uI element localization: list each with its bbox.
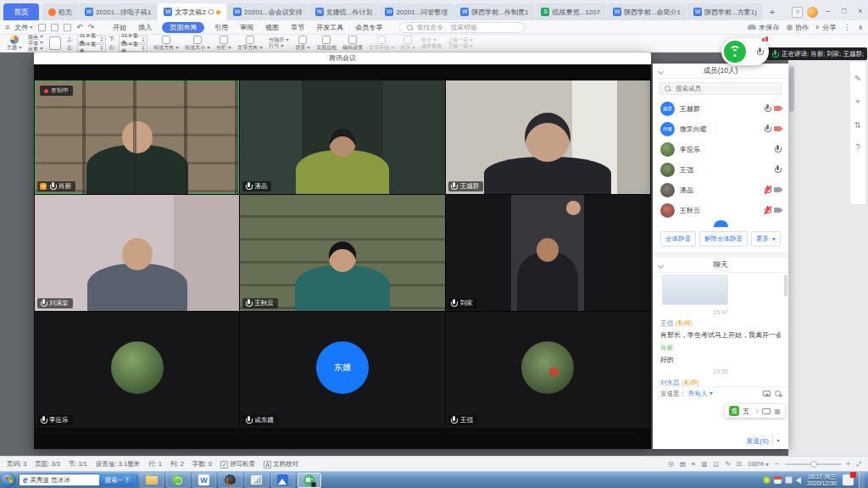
group-button[interactable]: 组合: [421, 37, 442, 43]
help-icon[interactable]: ?: [792, 7, 803, 18]
tray-flag-icon[interactable]: [774, 476, 782, 484]
margin-right-input[interactable]: 25.4 毫米: [119, 44, 147, 52]
members-header[interactable]: 成员(10人): [653, 64, 788, 79]
print-icon[interactable]: [51, 24, 58, 31]
tray-eye-icon[interactable]: [763, 476, 771, 484]
fullscreen-icon[interactable]: ⤢: [856, 460, 861, 469]
member-row[interactable]: 越群 王越群: [653, 98, 788, 119]
menu-member[interactable]: 会员专享: [353, 22, 384, 33]
show-desktop-button[interactable]: [859, 472, 865, 488]
pen-icon[interactable]: ✎: [725, 460, 730, 468]
start-button[interactable]: [2, 473, 16, 487]
taskbar-app-wps[interactable]: W: [192, 473, 216, 488]
chat-scrollbar[interactable]: [784, 274, 787, 297]
redo-icon[interactable]: ↷: [88, 23, 95, 31]
page-border-button[interactable]: 页面边框: [316, 36, 337, 51]
menu-start[interactable]: 开始: [111, 22, 128, 33]
page-view-icon[interactable]: ▤: [680, 460, 686, 468]
vertical-scrollbar[interactable]: [789, 66, 794, 112]
taskbar-clock[interactable]: 16:17 周三 2020/12/30: [807, 474, 837, 487]
taskbar-search-text[interactable]: 吴秀波 范冰冰: [31, 476, 97, 485]
chat-image-message[interactable]: [662, 274, 728, 305]
file-menu[interactable]: 文件: [14, 23, 33, 32]
send-button[interactable]: 发送(S): [746, 436, 769, 446]
video-tile-panjing[interactable]: 潘晶: [240, 80, 444, 194]
taskbar-app-docs[interactable]: [271, 473, 295, 488]
spinner-icon[interactable]: [142, 46, 145, 50]
menu-view[interactable]: 视图: [264, 22, 281, 33]
mic-muted-icon[interactable]: [764, 186, 771, 194]
undo-icon[interactable]: ↶: [76, 23, 83, 31]
tab-doc-4[interactable]: W党建统...作计划: [309, 3, 379, 20]
paper-orientation-button[interactable]: 纸张方向: [153, 36, 179, 51]
pen-tool-icon[interactable]: ✎: [854, 74, 861, 83]
print-preview-icon[interactable]: [64, 24, 71, 31]
save-icon[interactable]: [38, 24, 46, 31]
tab-doc-3[interactable]: W20201...会会议安排: [227, 3, 309, 20]
chat-message-list[interactable]: 15:47 王强(私聊) 肖部长，学生考试马上开始，我离开一会，谢谢 肖新 好的…: [653, 273, 788, 386]
spellcheck-toggle[interactable]: ✓拼写检查: [220, 460, 255, 469]
account-avatar[interactable]: [807, 7, 818, 18]
menu-devtools[interactable]: 开发工具: [314, 22, 345, 33]
bring-forward-button[interactable]: 上移一层: [448, 37, 473, 43]
new-tab-button[interactable]: +: [765, 5, 779, 19]
send-backward-button[interactable]: 下移一层: [448, 43, 473, 49]
spinner-icon[interactable]: [100, 37, 103, 42]
text-wrap-button[interactable]: 文字环绕: [369, 36, 394, 51]
ime-mode-icon[interactable]: 五: [743, 407, 749, 416]
chat-input[interactable]: S 五 ☽ ▦: [653, 400, 788, 432]
mic-icon[interactable]: [764, 125, 771, 133]
tab-doc-1[interactable]: W20201...排电子稿1: [79, 3, 157, 20]
taskbar-search-button[interactable]: 搜索一下: [99, 474, 136, 486]
menu-page-layout-active[interactable]: 页面布局: [162, 22, 204, 33]
menu-section[interactable]: 章节: [289, 22, 306, 33]
tab-docer[interactable]: 稻壳: [42, 3, 78, 20]
split-view-icon[interactable]: ▥: [701, 460, 707, 468]
collapse-ribbon-icon[interactable]: ∧: [858, 24, 863, 31]
text-direction-button[interactable]: 文字方向: [237, 36, 263, 51]
video-tile-wangyuequn[interactable]: 王越群: [446, 80, 650, 194]
camera-icon[interactable]: [774, 106, 781, 111]
camera-icon[interactable]: [774, 208, 781, 213]
tray-speaker-icon[interactable]: [796, 477, 801, 484]
breaks-button[interactable]: 分隔符: [269, 37, 289, 43]
video-tile-liumantang[interactable]: 刘满堂: [35, 195, 239, 311]
tray-display-icon[interactable]: [785, 476, 793, 484]
collab-button[interactable]: 协作: [787, 23, 809, 32]
line-number-button[interactable]: 行号: [269, 43, 289, 49]
selection-pane-button[interactable]: 选择窗格: [421, 43, 442, 49]
background-button[interactable]: 背景: [295, 36, 310, 51]
theme-button[interactable]: 主题: [7, 36, 22, 51]
tab-doc-6[interactable]: W陕西学前...作制度1: [454, 3, 534, 20]
video-tile-liyingle[interactable]: 李应乐: [35, 312, 239, 428]
taskbar-app-meeting-active[interactable]: [298, 473, 321, 488]
keyboard-icon[interactable]: [762, 408, 771, 414]
close-button[interactable]: ×: [854, 6, 866, 18]
zoom-in-button[interactable]: +: [847, 460, 850, 468]
taskbar-app-window[interactable]: [245, 473, 269, 488]
tab-doc-7[interactable]: S统战要览...1207: [535, 3, 605, 20]
align-button[interactable]: 对齐: [400, 36, 415, 51]
spinner-icon[interactable]: [100, 46, 103, 50]
help-tool-icon[interactable]: ?: [855, 143, 860, 152]
mic-icon[interactable]: [774, 165, 781, 174]
member-row[interactable]: 潘晶: [653, 180, 788, 200]
fonts-button[interactable]: 字体: [28, 41, 43, 47]
video-tile-xiaoxin[interactable]: 录制中 肖新: [35, 80, 239, 194]
member-row[interactable]: 李应乐: [653, 139, 788, 159]
more-button[interactable]: 更多: [751, 231, 781, 247]
page-margins-icon[interactable]: [49, 36, 61, 50]
member-row[interactable]: 王秋云: [653, 200, 788, 220]
send-image-icon[interactable]: [763, 391, 771, 396]
proofread-toggle[interactable]: A文档校对: [264, 460, 298, 469]
video-tile-wangqiang[interactable]: 王强: [446, 312, 650, 428]
taskbar-app-browser[interactable]: [166, 473, 190, 488]
tab-doc-2-active[interactable]: W文字文稿2: [158, 3, 225, 20]
sogou-logo-icon[interactable]: S: [729, 406, 739, 416]
member-search-input[interactable]: [674, 84, 776, 93]
mention-icon[interactable]: [775, 391, 781, 396]
tab-home[interactable]: 首页: [3, 3, 39, 20]
ime-toolbar[interactable]: S 五 ☽ ▦: [725, 404, 785, 418]
sort-tool-icon[interactable]: ⇅: [854, 120, 861, 130]
colors-button[interactable]: 颜色: [28, 35, 43, 41]
